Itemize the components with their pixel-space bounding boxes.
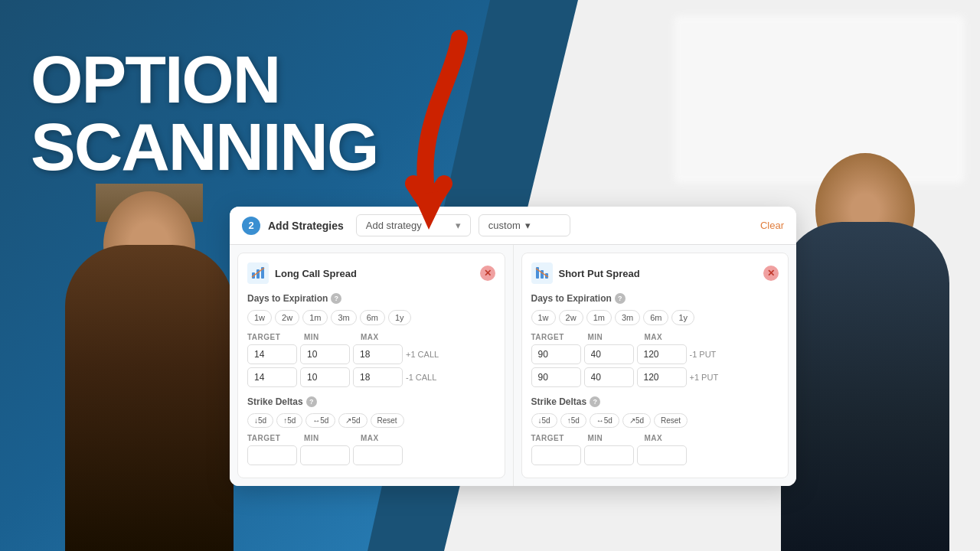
- target-input-right-1[interactable]: [531, 344, 581, 364]
- min-input-right-2[interactable]: [584, 367, 634, 387]
- info-icon-dte-right[interactable]: ?: [615, 293, 626, 304]
- chip-1y-right[interactable]: 1y: [671, 310, 694, 325]
- dte-label-right: Days to Expiration ?: [531, 293, 779, 304]
- title-line2: SCANNING: [31, 113, 377, 181]
- strategies-panel: 2 Add Strategies Add strategy ▾ custom ▾…: [230, 207, 796, 486]
- delta-up-left[interactable]: ↑5d: [276, 413, 302, 428]
- field-row-right-2: +1 PUT: [531, 367, 779, 387]
- card-icon-left: [247, 262, 269, 284]
- field-row-right-1: -1 PUT: [531, 344, 779, 364]
- min-header-left: MIN: [304, 333, 358, 341]
- person-left-body: [65, 245, 234, 551]
- min-input-right-1[interactable]: [584, 344, 634, 364]
- card-header-left: Long Call Spread ✕: [247, 262, 495, 284]
- strike-deltas-label-right: Strike Deltas ?: [531, 396, 779, 407]
- chevron-down-icon-2: ▾: [525, 220, 531, 231]
- info-icon-delta-right[interactable]: ?: [590, 396, 600, 407]
- chip-6m-left[interactable]: 6m: [360, 310, 385, 325]
- main-title: OPTION SCANNING: [31, 46, 377, 181]
- svg-marker-0: [413, 190, 448, 230]
- close-strategy-left-button[interactable]: ✕: [480, 266, 495, 281]
- delta-fields-header-left: TARGET MIN MAX: [247, 434, 495, 442]
- min-input-left-2[interactable]: [300, 367, 350, 387]
- delta-max-input-left[interactable]: [353, 445, 403, 465]
- delta-target-input-right[interactable]: [531, 445, 581, 465]
- delta-max-input-right[interactable]: [637, 445, 687, 465]
- fields-header-left: TARGET MIN MAX: [247, 333, 495, 341]
- chip-2w-right[interactable]: 2w: [559, 310, 583, 325]
- delta-down-left[interactable]: ↓5d: [247, 413, 273, 428]
- max-input-left-1[interactable]: [353, 344, 403, 364]
- target-header-right: TARGET: [531, 333, 585, 341]
- strategy-card-left: Long Call Spread ✕ Days to Expiration ? …: [237, 253, 505, 478]
- target-input-left-1[interactable]: [247, 344, 297, 364]
- step-badge: 2: [242, 217, 260, 235]
- max-input-right-1[interactable]: [637, 344, 687, 364]
- short-put-spread-icon: [535, 266, 549, 280]
- max-input-left-2[interactable]: [353, 367, 403, 387]
- max-header-left: MAX: [361, 333, 414, 341]
- delta-max-header-right: MAX: [645, 434, 698, 442]
- chip-3m-left[interactable]: 3m: [331, 310, 356, 325]
- strike-deltas-label-left: Strike Deltas ?: [247, 396, 495, 407]
- svg-rect-2: [256, 269, 260, 279]
- chip-2w-left[interactable]: 2w: [275, 310, 299, 325]
- delta-down-right[interactable]: ↓5d: [531, 413, 557, 428]
- panel-header-label: Add Strategies: [268, 220, 344, 232]
- delta-fields-header-right: TARGET MIN MAX: [531, 434, 779, 442]
- chip-1m-right[interactable]: 1m: [586, 310, 612, 325]
- delta-min-input-left[interactable]: [300, 445, 350, 465]
- info-icon-delta-left[interactable]: ?: [306, 396, 317, 407]
- reset-button-left[interactable]: Reset: [371, 413, 404, 428]
- info-icon-dte-left[interactable]: ?: [331, 293, 341, 304]
- delta-up-right[interactable]: ↑5d: [560, 413, 586, 428]
- card-title-left: Long Call Spread: [275, 268, 357, 279]
- panel-body: Long Call Spread ✕ Days to Expiration ? …: [230, 245, 796, 486]
- chip-3m-right[interactable]: 3m: [615, 310, 640, 325]
- delta-target-input-left[interactable]: [247, 445, 297, 465]
- card-icon-right: [531, 262, 553, 284]
- strike-chips-right: ↓5d ↑5d ↔5d ↗5d Reset: [531, 413, 779, 428]
- min-input-left-1[interactable]: [300, 344, 350, 364]
- delta-diag-right[interactable]: ↗5d: [622, 413, 651, 428]
- long-call-spread-icon: [251, 266, 265, 280]
- tag-left-2: -1 CALL: [406, 373, 444, 382]
- clear-button[interactable]: Clear: [760, 220, 784, 231]
- card-title-right: Short Put Spread: [559, 268, 640, 279]
- time-chips-right: 1w 2w 1m 3m 6m 1y: [531, 310, 779, 325]
- dte-label-left: Days to Expiration ?: [247, 293, 495, 304]
- max-input-right-2[interactable]: [637, 367, 687, 387]
- chip-1w-right[interactable]: 1w: [531, 310, 556, 325]
- card-header-right: Short Put Spread ✕: [531, 262, 779, 284]
- delta-target-header-left: TARGET: [247, 434, 301, 442]
- person-right-body: [781, 222, 949, 551]
- delta-min-input-right[interactable]: [584, 445, 634, 465]
- delta-row-right: [531, 445, 779, 465]
- delta-min-header-left: MIN: [304, 434, 358, 442]
- arrow-graphic: [368, 23, 521, 237]
- card-divider: [513, 245, 514, 486]
- delta-min-header-right: MIN: [588, 434, 642, 442]
- chip-6m-right[interactable]: 6m: [643, 310, 668, 325]
- target-input-right-2[interactable]: [531, 367, 581, 387]
- field-row-left-1: +1 CALL: [247, 344, 495, 364]
- delta-diag-left[interactable]: ↗5d: [338, 413, 367, 428]
- chip-1w-left[interactable]: 1w: [247, 310, 272, 325]
- target-input-left-2[interactable]: [247, 367, 297, 387]
- reset-button-right[interactable]: Reset: [654, 413, 688, 428]
- delta-lr-right[interactable]: ↔5d: [590, 413, 619, 428]
- strategy-card-right: Short Put Spread ✕ Days to Expiration ? …: [521, 253, 789, 478]
- chip-1y-left[interactable]: 1y: [388, 310, 411, 325]
- strike-chips-left: ↓5d ↑5d ↔5d ↗5d Reset: [247, 413, 495, 428]
- delta-row-left: [247, 445, 495, 465]
- time-chips-left: 1w 2w 1m 3m 6m 1y: [247, 310, 495, 325]
- fields-header-right: TARGET MIN MAX: [531, 333, 779, 341]
- chip-1m-left[interactable]: 1m: [302, 310, 328, 325]
- field-row-left-2: -1 CALL: [247, 367, 495, 387]
- delta-lr-left[interactable]: ↔5d: [305, 413, 335, 428]
- min-header-right: MIN: [588, 333, 642, 341]
- max-header-right: MAX: [645, 333, 698, 341]
- close-strategy-right-button[interactable]: ✕: [763, 266, 779, 281]
- tag-right-1: -1 PUT: [690, 350, 728, 359]
- tag-left-1: +1 CALL: [406, 350, 444, 359]
